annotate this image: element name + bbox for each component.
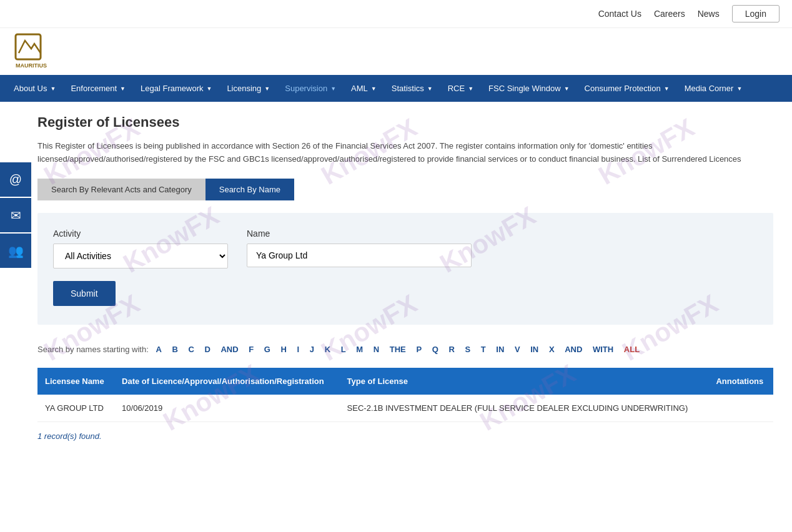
news-link[interactable]: News: [698, 9, 720, 19]
page-title: Register of Licensees: [37, 114, 773, 131]
alpha-prefix: Search by names starting with:: [37, 345, 149, 354]
tab-relevant-acts[interactable]: Search By Relevant Acts and Category: [37, 179, 205, 200]
cell-annotations: [708, 395, 773, 422]
name-label: Name: [247, 229, 472, 239]
table-row: YA GROUP LTD 10/06/2019 SEC-2.1B INVESTM…: [37, 395, 773, 422]
nav-supervision[interactable]: Supervision▼: [277, 75, 344, 102]
alpha-p[interactable]: P: [413, 343, 425, 355]
alpha-c[interactable]: C: [185, 343, 197, 355]
tab-search-by-name[interactable]: Search By Name: [205, 179, 294, 200]
alpha-the[interactable]: THE: [387, 343, 409, 355]
form-row: Activity All Activities Banking Insuranc…: [53, 229, 758, 268]
col-licensee-name: Licensee Name: [37, 368, 114, 395]
cell-license-type: SEC-2.1B INVESTMENT DEALER (FULL SERVICE…: [340, 395, 709, 422]
sidebar-document-icon[interactable]: ✉: [0, 198, 31, 232]
activity-group: Activity All Activities Banking Insuranc…: [53, 229, 228, 268]
alpha-in2[interactable]: IN: [527, 343, 542, 355]
careers-link[interactable]: Careers: [654, 9, 685, 19]
svg-text:MAURITIUS: MAURITIUS: [16, 62, 47, 69]
alpha-search: Search by names starting with: A B C D A…: [37, 343, 773, 355]
main-content: KnowFX KnowFX KnowFX KnowFX KnowFX KnowF…: [0, 102, 792, 453]
alpha-h[interactable]: H: [278, 343, 290, 355]
name-input[interactable]: [247, 244, 472, 267]
alpha-with[interactable]: WITH: [590, 343, 616, 355]
alpha-f[interactable]: F: [245, 343, 257, 355]
alpha-n[interactable]: N: [370, 343, 382, 355]
alpha-b[interactable]: B: [169, 343, 181, 355]
results-table: Licensee Name Date of Licence/Approval/A…: [37, 368, 773, 422]
search-tabs: Search By Relevant Acts and Category Sea…: [37, 179, 773, 200]
nav-consumer-protection[interactable]: Consumer Protection▼: [577, 75, 677, 102]
alpha-all[interactable]: ALL: [621, 343, 643, 355]
alpha-k[interactable]: K: [322, 343, 334, 355]
alpha-in1[interactable]: IN: [493, 343, 507, 355]
header: MAURITIUS: [0, 28, 792, 75]
alpha-l[interactable]: L: [338, 343, 349, 355]
nav-aml[interactable]: AML▼: [344, 75, 384, 102]
alpha-m[interactable]: M: [353, 343, 366, 355]
alpha-and2[interactable]: AND: [562, 343, 585, 355]
page-description: This Register of Licensees is being publ…: [37, 140, 773, 166]
alpha-x[interactable]: X: [546, 343, 558, 355]
search-form: Activity All Activities Banking Insuranc…: [37, 213, 773, 325]
nav-media-corner[interactable]: Media Corner▼: [677, 75, 750, 102]
alpha-d[interactable]: D: [201, 343, 213, 355]
nav-rce[interactable]: RCE▼: [440, 75, 481, 102]
col-annotations: Annotations: [708, 368, 773, 395]
nav-enforcement[interactable]: Enforcement▼: [63, 75, 133, 102]
cell-name: YA GROUP LTD: [37, 395, 114, 422]
alpha-q[interactable]: Q: [429, 343, 442, 355]
table-header: Licensee Name Date of Licence/Approval/A…: [37, 368, 773, 395]
nav-legal-framework[interactable]: Legal Framework▼: [133, 75, 219, 102]
at-icon: @: [9, 172, 22, 187]
alpha-s[interactable]: S: [462, 343, 473, 355]
alpha-g[interactable]: G: [261, 343, 274, 355]
group-icon: 👥: [8, 244, 24, 259]
top-bar: Contact Us Careers News Login: [0, 0, 792, 28]
login-button[interactable]: Login: [732, 5, 780, 22]
submit-button[interactable]: Submit: [53, 281, 116, 306]
sidebar-people-icon[interactable]: 👥: [0, 234, 31, 268]
name-group: Name: [247, 229, 472, 268]
logo[interactable]: MAURITIUS: [12, 31, 62, 72]
nav-licensing[interactable]: Licensing▼: [219, 75, 277, 102]
main-nav: About Us▼ Enforcement▼ Legal Framework▼ …: [0, 75, 792, 102]
records-found: 1 record(s) found.: [37, 431, 773, 441]
cell-date: 10/06/2019: [114, 395, 340, 422]
nav-about-us[interactable]: About Us▼: [6, 75, 63, 102]
letter-icon: ✉: [11, 208, 21, 223]
nav-fsc-single-window[interactable]: FSC Single Window▼: [481, 75, 577, 102]
activity-label: Activity: [53, 229, 228, 239]
sidebar: @ ✉ 👥: [0, 162, 31, 268]
alpha-r[interactable]: R: [445, 343, 457, 355]
table-body: YA GROUP LTD 10/06/2019 SEC-2.1B INVESTM…: [37, 395, 773, 422]
alpha-j[interactable]: J: [307, 343, 317, 355]
alpha-t[interactable]: T: [478, 343, 489, 355]
col-date: Date of Licence/Approval/Authorisation/R…: [114, 368, 340, 395]
alpha-v[interactable]: V: [512, 343, 523, 355]
nav-statistics[interactable]: Statistics▼: [384, 75, 440, 102]
sidebar-email-icon[interactable]: @: [0, 162, 31, 197]
alpha-and1[interactable]: AND: [217, 343, 241, 355]
col-license-type: Type of License: [340, 368, 709, 395]
activity-select[interactable]: All Activities Banking Insurance Investm…: [53, 244, 228, 268]
alpha-a[interactable]: A: [152, 343, 164, 355]
alpha-i[interactable]: I: [294, 343, 303, 355]
contact-us-link[interactable]: Contact Us: [598, 9, 641, 19]
